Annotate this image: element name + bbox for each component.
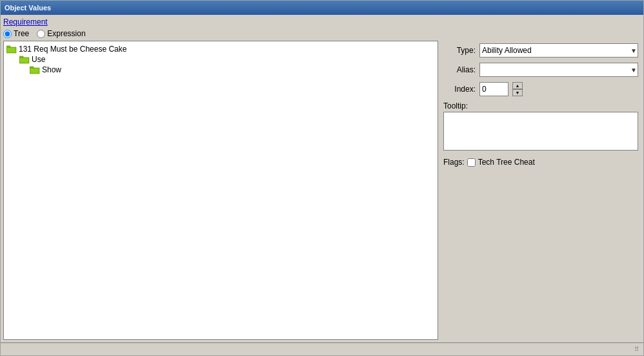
tech-tree-cheat-checkbox[interactable] — [467, 158, 476, 167]
alias-dropdown[interactable] — [479, 63, 638, 77]
type-dropdown[interactable]: Ability Allowed Ability Denied Other — [479, 43, 638, 58]
window-body: Requirement Tree Expression — [1, 15, 643, 342]
tree-item-root-label: 131 Req Must be Cheese Cake — [19, 45, 126, 54]
index-spinner: ▲ ▼ — [512, 82, 523, 96]
tree-radio[interactable] — [3, 30, 12, 38]
alias-label: Alias: — [443, 65, 476, 74]
window-title: Object Values — [5, 4, 51, 12]
folder-icon-root — [6, 45, 17, 54]
type-row: Type: Ability Allowed Ability Denied Oth… — [443, 43, 638, 58]
tooltip-input[interactable] — [443, 112, 638, 151]
requirement-link[interactable]: Requirement — [3, 17, 641, 26]
tree-radio-text: Tree — [14, 29, 29, 38]
tooltip-section: Tooltip: — [443, 101, 638, 152]
svg-rect-5 — [20, 58, 28, 63]
svg-rect-2 — [7, 48, 15, 52]
folder-icon-use — [19, 55, 30, 64]
status-grip: ⠿ — [632, 345, 641, 354]
tree-radio-label[interactable]: Tree — [3, 29, 29, 38]
tree-item-show-label: Show — [42, 65, 61, 74]
alias-row: Alias: ▼ — [443, 63, 638, 77]
svg-rect-1 — [6, 46, 10, 48]
index-spinner-up[interactable]: ▲ — [512, 82, 523, 89]
tooltip-label: Tooltip: — [443, 101, 638, 110]
main-content: 131 Req Must be Cheese Cake Use — [3, 41, 641, 340]
svg-rect-4 — [19, 56, 23, 58]
expression-radio-label[interactable]: Expression — [37, 29, 85, 38]
flags-row: Flags: Tech Tree Cheat — [443, 158, 638, 167]
svg-rect-8 — [30, 68, 39, 73]
expression-radio[interactable] — [37, 30, 45, 38]
title-bar: Object Values — [1, 1, 643, 15]
flags-label: Flags: — [443, 158, 465, 167]
type-dropdown-wrapper: Ability Allowed Ability Denied Other ▼ — [479, 43, 638, 58]
svg-rect-7 — [30, 67, 34, 68]
tree-item-use-label: Use — [32, 55, 45, 64]
index-label: Index: — [443, 85, 476, 94]
alias-dropdown-wrapper: ▼ — [479, 63, 638, 77]
tree-item-root[interactable]: 131 Req Must be Cheese Cake — [6, 44, 435, 54]
tree-item-use[interactable]: Use — [6, 54, 435, 65]
folder-icon-show — [30, 65, 40, 74]
tree-item-show[interactable]: Show — [6, 65, 435, 75]
main-window: Object Values Requirement Tree Expressio… — [0, 0, 644, 356]
index-spinner-down[interactable]: ▼ — [512, 89, 523, 96]
tech-tree-cheat-label: Tech Tree Cheat — [478, 158, 535, 167]
index-row: Index: ▲ ▼ — [443, 82, 638, 96]
tree-panel[interactable]: 131 Req Must be Cheese Cake Use — [3, 41, 438, 340]
right-panel: Type: Ability Allowed Ability Denied Oth… — [441, 41, 641, 340]
type-label: Type: — [443, 46, 476, 55]
radio-group: Tree Expression — [3, 29, 641, 38]
status-bar: ⠿ — [1, 342, 643, 355]
index-input[interactable] — [479, 82, 508, 96]
expression-radio-text: Expression — [47, 29, 85, 38]
